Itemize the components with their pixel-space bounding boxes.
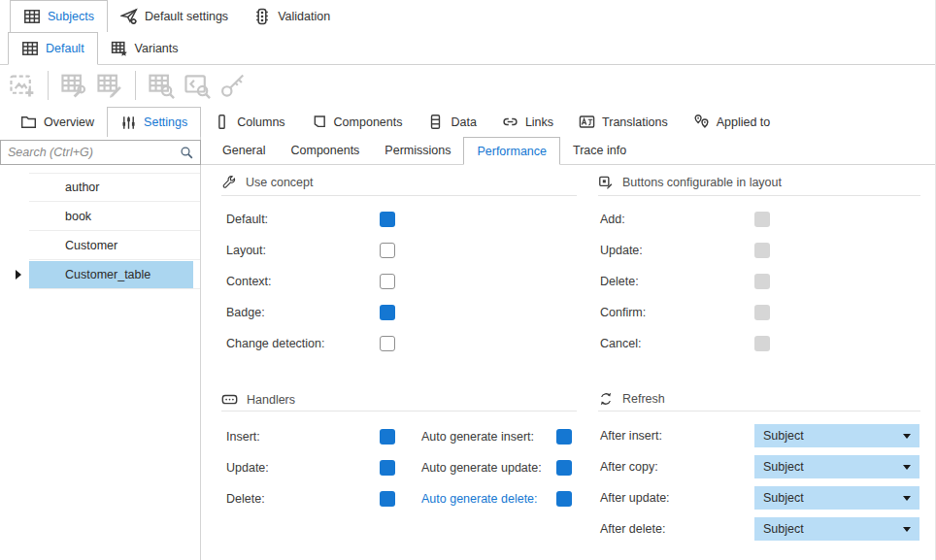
tab-default[interactable]: Default	[8, 32, 98, 65]
refresh-icon	[598, 391, 614, 407]
dropdown-after-insert[interactable]: Subject	[754, 424, 919, 447]
field-label: Add:	[600, 213, 754, 226]
dropdown-after-delete[interactable]: Subject	[754, 517, 919, 541]
app-window: Subjects Default settings Validation Def…	[0, 0, 936, 560]
dropdown-after-copy[interactable]: Subject	[754, 455, 919, 478]
tab-links[interactable]: Links	[489, 107, 566, 137]
field-label: Confirm:	[600, 306, 754, 319]
tab-overview[interactable]: Overview	[8, 107, 107, 137]
checkbox-badge[interactable]	[380, 305, 395, 320]
tab-applied-to[interactable]: Applied to	[681, 107, 784, 137]
tab-label: Permissions	[384, 144, 451, 157]
checkbox-auto-generate-insert[interactable]	[556, 429, 572, 445]
tab-translations[interactable]: Translations	[566, 107, 681, 137]
list-item-author[interactable]: author	[0, 173, 200, 202]
tab-variants[interactable]: Variants	[98, 32, 191, 64]
tab-performance[interactable]: Performance	[463, 137, 560, 165]
query-magnifier-icon	[184, 72, 211, 99]
tab-general[interactable]: General	[210, 137, 278, 164]
dropdown-arrow-icon	[903, 465, 911, 470]
selected-row-marker-icon	[16, 270, 21, 280]
section-title: Handlers	[247, 393, 295, 407]
field-label: Context:	[226, 275, 380, 288]
checkbox-update[interactable]	[380, 460, 395, 476]
list-item-customer[interactable]: Customer	[0, 231, 200, 260]
checkbox-confirm-disabled	[754, 305, 770, 320]
checkbox-delete-disabled	[754, 274, 770, 289]
toolbar-separator	[135, 71, 136, 100]
chain-link-icon	[502, 114, 518, 130]
tab-components-sub[interactable]: Components	[278, 137, 372, 164]
tab-label: Components	[334, 115, 403, 129]
form-row: Cancel:	[600, 328, 770, 359]
main-tab-strip: Overview Settings Columns Components Dat…	[0, 107, 935, 138]
tab-data[interactable]: Data	[415, 107, 488, 137]
list-item-label: Customer_table	[65, 268, 150, 281]
field-label: Change detection:	[226, 337, 380, 350]
toolbar-separator	[48, 71, 49, 100]
section-divider	[598, 411, 920, 412]
field-label: After update:	[600, 491, 754, 505]
table-star-icon	[111, 40, 128, 57]
send-gear-icon	[120, 8, 138, 25]
tab-validation[interactable]: Validation	[241, 0, 343, 32]
field-label: Default:	[226, 213, 380, 226]
tab-columns[interactable]: Columns	[201, 107, 297, 137]
dropdown-after-update[interactable]: Subject	[754, 486, 919, 510]
tab-components[interactable]: Components	[298, 107, 416, 137]
doc-tab-strip: Default Variants	[0, 32, 935, 65]
checkbox-delete[interactable]	[380, 491, 395, 507]
checkbox-insert[interactable]	[380, 429, 395, 445]
button-pencil-icon	[598, 175, 614, 190]
stacked-rows-icon	[427, 114, 444, 130]
field-label-link[interactable]: Auto generate delete:	[421, 492, 556, 506]
tab-label: Validation	[278, 10, 330, 23]
list-item-label: book	[65, 210, 91, 223]
checkbox-update-disabled	[754, 243, 770, 258]
field-label: Insert:	[226, 430, 380, 444]
form-row: Badge:	[226, 297, 395, 328]
tab-settings[interactable]: Settings	[107, 107, 201, 138]
tab-default-settings[interactable]: Default settings	[108, 0, 241, 32]
buttons-layout-rows: Add: Update: Delete: Confirm: Cancel:	[600, 204, 770, 359]
subject-list-panel: author book Customer Customer_table	[0, 137, 201, 560]
use-concept-header: Use concept	[221, 175, 313, 190]
tab-subjects[interactable]: Subjects	[10, 0, 108, 33]
refresh-rows: After insert: Subject After copy: Subjec…	[600, 420, 919, 544]
map-pins-icon	[693, 114, 710, 130]
checkbox-add-disabled	[754, 212, 770, 227]
dropdown-value: Subject	[763, 522, 804, 536]
section-title: Buttons configurable in layout	[622, 176, 782, 189]
checkbox-auto-generate-update[interactable]	[556, 460, 572, 476]
list-item-book[interactable]: book	[0, 202, 200, 231]
field-label: Cancel:	[600, 337, 754, 350]
form-row: After update: Subject	[600, 482, 919, 513]
checkbox-change-detection[interactable]	[380, 336, 395, 351]
section-title: Refresh	[622, 392, 665, 406]
folder-icon	[20, 114, 37, 130]
checkbox-layout[interactable]	[380, 243, 395, 258]
checkbox-default[interactable]	[380, 212, 395, 227]
list-item-label: author	[65, 181, 99, 194]
search-icon[interactable]	[180, 146, 194, 160]
tab-trace-info[interactable]: Trace info	[560, 137, 639, 164]
component-icon	[311, 114, 327, 130]
form-row: Delete:	[600, 266, 770, 297]
column-icon	[214, 114, 230, 130]
form-row: Update: Auto generate update:	[226, 452, 572, 483]
top-tab-strip: Subjects Default settings Validation	[0, 0, 935, 33]
sliders-icon	[120, 115, 137, 131]
form-row: After delete: Subject	[600, 513, 919, 544]
list-item-customer-table[interactable]: Customer_table	[0, 260, 200, 289]
section-divider	[598, 195, 920, 196]
form-row: Context:	[226, 266, 395, 297]
handlers-header: Handlers	[221, 391, 295, 408]
form-row: Update:	[600, 235, 770, 266]
tab-permissions[interactable]: Permissions	[372, 137, 463, 164]
section-title: Use concept	[246, 176, 313, 189]
search-input[interactable]	[1, 146, 180, 159]
dropdown-value: Subject	[763, 429, 804, 443]
checkbox-auto-generate-delete[interactable]	[556, 491, 572, 507]
tab-label: Components	[290, 144, 359, 157]
checkbox-context[interactable]	[380, 274, 395, 289]
